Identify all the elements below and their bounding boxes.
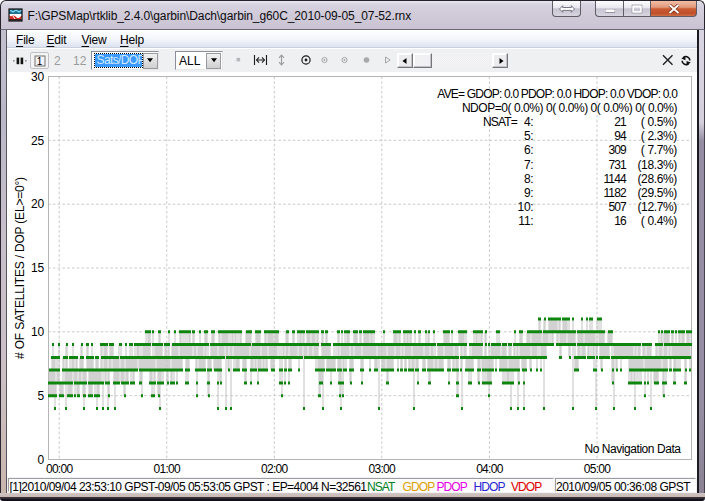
svg-text:5:: 5: — [524, 129, 534, 143]
svg-text:11:: 11: — [518, 214, 533, 228]
svg-text:731: 731 — [608, 158, 627, 172]
svg-text:AVE= GDOP: 0.0 PDOP: 0.0 HDOP:: AVE= GDOP: 0.0 PDOP: 0.0 HDOP: 0.0 VDOP:… — [437, 87, 678, 101]
svg-text:04:00: 04:00 — [476, 462, 504, 476]
svg-text:( 7.7%): ( 7.7%) — [641, 143, 678, 157]
svg-text:NDOP=0( 0.0%) 0( 0.0%) 0( 0.0%: NDOP=0( 0.0%) 0( 0.0%) 0( 0.0%) 0( 0.0%) — [462, 101, 678, 115]
svg-text:(12.7%): (12.7%) — [637, 200, 677, 214]
svg-text:16: 16 — [614, 214, 627, 228]
svg-text:1144: 1144 — [603, 172, 627, 186]
svg-text:05:00: 05:00 — [584, 462, 612, 476]
svg-text:1182: 1182 — [603, 186, 627, 200]
svg-text:No Navigation Data: No Navigation Data — [585, 442, 682, 456]
svg-text:( 0.5%): ( 0.5%) — [641, 115, 678, 129]
svg-text:0: 0 — [38, 453, 45, 467]
svg-text:00:00: 00:00 — [46, 462, 74, 476]
svg-text:NSAT=: NSAT= — [483, 115, 518, 129]
svg-text:# OF SATELLITES / DOP (EL>=0°): # OF SATELLITES / DOP (EL>=0°) — [13, 177, 27, 359]
svg-text:8:: 8: — [524, 172, 534, 186]
svg-text:6:: 6: — [524, 143, 534, 157]
svg-text:20: 20 — [31, 197, 44, 211]
svg-text:01:00: 01:00 — [154, 462, 182, 476]
svg-text:15: 15 — [31, 261, 44, 275]
svg-text:507: 507 — [608, 200, 627, 214]
svg-text:(28.6%): (28.6%) — [637, 172, 677, 186]
svg-text:25: 25 — [31, 134, 44, 148]
svg-text:94: 94 — [614, 129, 627, 143]
svg-text:( 0.4%): ( 0.4%) — [641, 214, 678, 228]
svg-text:9:: 9: — [524, 186, 534, 200]
svg-text:03:00: 03:00 — [369, 462, 397, 476]
svg-text:(18.3%): (18.3%) — [637, 158, 677, 172]
svg-text:4:: 4: — [524, 115, 534, 129]
svg-text:21: 21 — [614, 115, 627, 129]
svg-text:309: 309 — [608, 143, 627, 157]
svg-text:02:00: 02:00 — [261, 462, 289, 476]
svg-text:10: 10 — [31, 325, 44, 339]
svg-text:5: 5 — [38, 389, 45, 403]
svg-text:10:: 10: — [517, 200, 533, 214]
svg-text:( 2.3%): ( 2.3%) — [641, 129, 678, 143]
svg-text:7:: 7: — [524, 158, 534, 172]
svg-text:(29.5%): (29.5%) — [637, 186, 677, 200]
